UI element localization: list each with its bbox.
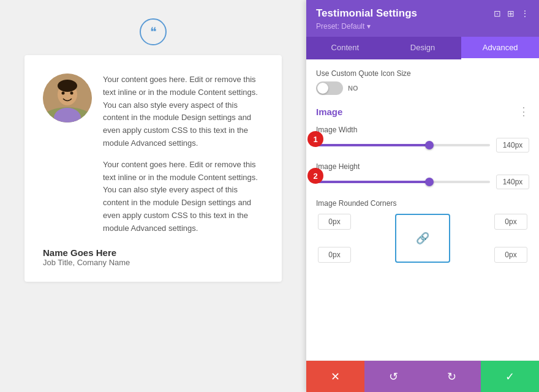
settings-title: Testimonial Settings	[316, 7, 417, 20]
settings-preset[interactable]: Preset: Default ▾	[316, 22, 529, 31]
image-width-track[interactable]	[316, 144, 490, 146]
image-section-title: Image	[316, 107, 342, 117]
corners-center-box[interactable]: 🔗	[395, 214, 450, 263]
author-title: Job Title, Comany Name	[43, 258, 263, 267]
tab-advanced[interactable]: Advanced	[461, 37, 539, 59]
settings-panel: Testimonial Settings ⊡ ⊞ ⋮ Preset: Defau…	[306, 0, 539, 392]
testimonial-card: Your content goes here. Edit or remove t…	[24, 55, 282, 282]
image-section-more-icon[interactable]: ⋮	[518, 105, 529, 118]
custom-quote-icon-label: Use Custom Quote Icon Size	[316, 69, 529, 78]
testimonial-text-1: Your content goes here. Edit or remove t…	[103, 74, 263, 150]
corner-bottom-right[interactable]	[494, 247, 527, 263]
image-height-label: Image Height	[316, 162, 529, 171]
image-width-fill	[316, 144, 429, 146]
corner-bottom-left[interactable]	[318, 247, 351, 263]
custom-quote-icon-setting: Use Custom Quote Icon Size NO	[316, 69, 529, 95]
preview-panel: ❝	[0, 0, 306, 392]
settings-tabs: Content Design Advanced	[306, 37, 539, 59]
testimonial-text-block: Your content goes here. Edit or remove t…	[103, 74, 263, 235]
image-width-label: Image Width	[316, 126, 529, 134]
settings-header: Testimonial Settings ⊡ ⊞ ⋮ Preset: Defau…	[306, 0, 539, 37]
settings-body: Use Custom Quote Icon Size NO Image ⋮ 1 …	[306, 59, 539, 360]
testimonial-content: Your content goes here. Edit or remove t…	[43, 74, 263, 235]
rounded-corners-setting: Image Rounded Corners 🔗	[316, 199, 529, 263]
image-section-header: Image ⋮	[316, 105, 529, 118]
step-2-indicator: 2	[307, 168, 323, 184]
corner-top-left[interactable]	[318, 214, 351, 230]
step-1-indicator: 1	[307, 131, 323, 147]
undo-button[interactable]: ↺	[364, 361, 423, 392]
toggle-state-label: NO	[348, 85, 358, 92]
image-width-thumb[interactable]	[425, 141, 434, 149]
custom-quote-toggle[interactable]	[316, 81, 343, 95]
redo-icon: ↻	[447, 370, 456, 383]
image-height-control: 140px	[316, 175, 529, 189]
image-height-row: 2 Image Height 140px	[316, 162, 529, 189]
image-width-control: 140px	[316, 138, 529, 153]
testimonial-text-2: Your content goes here. Edit or remove t…	[103, 159, 263, 235]
quote-symbol: ❝	[150, 24, 157, 39]
testimonial-footer: Name Goes Here Job Title, Comany Name	[43, 247, 263, 267]
svg-point-5	[62, 92, 65, 95]
cancel-button[interactable]: ✕	[306, 361, 364, 392]
settings-title-row: Testimonial Settings ⊡ ⊞ ⋮	[316, 7, 529, 20]
image-height-value[interactable]: 140px	[496, 175, 529, 189]
image-height-fill	[316, 181, 429, 183]
resize-icon[interactable]: ⊡	[494, 9, 501, 18]
svg-point-6	[70, 92, 74, 95]
bottom-toolbar: ✕ ↺ ↻ ✓	[306, 360, 539, 392]
save-button[interactable]: ✓	[481, 361, 539, 392]
avatar	[43, 74, 92, 123]
image-width-value[interactable]: 140px	[496, 138, 529, 153]
corner-top-right[interactable]	[494, 214, 527, 230]
corners-grid: 🔗	[316, 214, 529, 263]
more-icon[interactable]: ⋮	[521, 9, 529, 18]
quote-icon: ❝	[140, 18, 167, 45]
image-height-thumb[interactable]	[425, 178, 434, 186]
save-icon: ✓	[505, 370, 514, 383]
rounded-corners-label: Image Rounded Corners	[316, 199, 529, 208]
undo-icon: ↺	[389, 370, 398, 383]
redo-button[interactable]: ↻	[423, 361, 481, 392]
author-name: Name Goes Here	[43, 247, 263, 258]
cancel-icon: ✕	[331, 370, 340, 383]
link-icon: 🔗	[416, 232, 429, 245]
tab-content[interactable]: Content	[306, 37, 384, 59]
image-height-track[interactable]	[316, 181, 490, 183]
header-icons: ⊡ ⊞ ⋮	[494, 9, 529, 18]
image-width-row: 1 Image Width 140px	[316, 126, 529, 153]
svg-point-4	[58, 80, 77, 92]
toggle-container: NO	[316, 81, 529, 95]
toggle-knob	[317, 83, 328, 94]
tab-design[interactable]: Design	[384, 37, 462, 59]
layout-icon[interactable]: ⊞	[507, 9, 514, 18]
